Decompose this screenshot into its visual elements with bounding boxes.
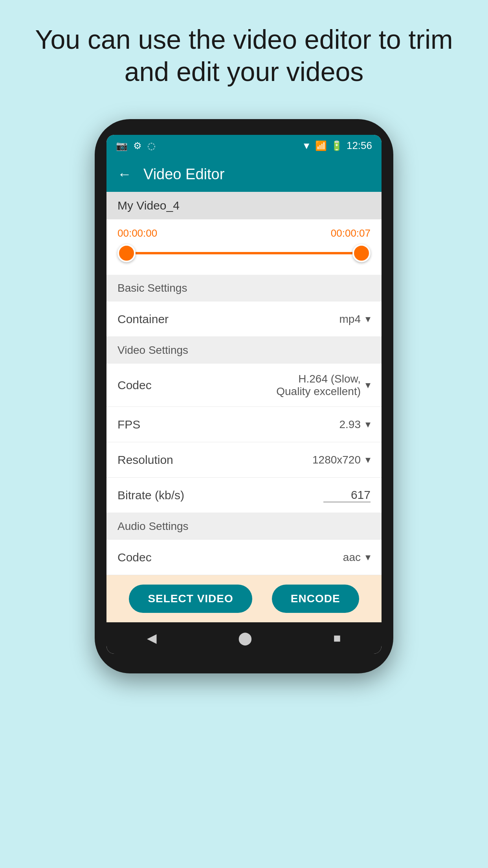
video-file-row: My Video_4 xyxy=(106,192,382,219)
nav-back-icon[interactable]: ◀ xyxy=(147,631,157,645)
codec-dropdown-arrow[interactable]: ▾ xyxy=(365,379,371,391)
status-icons-right: ▼ 📶 🔋 12:56 xyxy=(302,140,372,152)
status-icons-left: 📷 ⚙ ◌ xyxy=(116,140,156,151)
timeline-thumb-right[interactable] xyxy=(352,244,371,262)
fps-value-row[interactable]: 2.93 ▾ xyxy=(339,418,371,431)
phone-shell: 📷 ⚙ ◌ ▼ 📶 🔋 12:56 ← Video Editor My Vide… xyxy=(95,119,393,673)
container-value: mp4 xyxy=(339,313,361,326)
encode-button[interactable]: ENCODE xyxy=(272,585,359,613)
gear-icon: ⚙ xyxy=(133,140,142,151)
select-video-button[interactable]: SELECT VIDEO xyxy=(129,585,252,613)
audio-codec-label: Codec xyxy=(117,551,152,564)
fps-row[interactable]: FPS 2.93 ▾ xyxy=(106,407,382,442)
codec-value: H.264 (Slow, Quality excellent) xyxy=(276,373,361,398)
resolution-label: Resolution xyxy=(117,453,173,467)
bitrate-row[interactable]: Bitrate (kb/s) xyxy=(106,478,382,513)
wifi-icon: ▼ xyxy=(302,140,311,151)
timeline-start: 00:00:00 xyxy=(117,227,157,239)
circle-icon: ◌ xyxy=(147,140,156,151)
camera-icon: 📷 xyxy=(116,140,128,151)
fps-dropdown-arrow[interactable]: ▾ xyxy=(365,418,371,430)
resolution-value: 1280x720 xyxy=(312,454,361,466)
video-filename: My Video_4 xyxy=(117,199,180,212)
timeline-end: 00:00:07 xyxy=(331,227,371,239)
app-bar: ← Video Editor xyxy=(106,156,382,192)
container-dropdown-arrow[interactable]: ▾ xyxy=(365,313,371,325)
codec-row[interactable]: Codec H.264 (Slow, Quality excellent) ▾ xyxy=(106,364,382,407)
timeline-thumb-left[interactable] xyxy=(117,244,136,262)
resolution-value-row[interactable]: 1280x720 ▾ xyxy=(312,454,371,466)
audio-codec-dropdown-arrow[interactable]: ▾ xyxy=(365,551,371,563)
container-row[interactable]: Container mp4 ▾ xyxy=(106,302,382,337)
audio-codec-row[interactable]: Codec aac ▾ xyxy=(106,540,382,575)
timeline-times: 00:00:00 00:00:07 xyxy=(117,227,371,239)
app-bar-title: Video Editor xyxy=(143,166,224,183)
codec-label: Codec xyxy=(117,379,152,392)
status-time: 12:56 xyxy=(347,140,372,152)
bottom-bar: SELECT VIDEO ENCODE xyxy=(106,575,382,622)
audio-codec-value: aac xyxy=(343,551,361,564)
signal-icon: 📶 xyxy=(315,140,327,151)
resolution-row[interactable]: Resolution 1280x720 ▾ xyxy=(106,442,382,478)
nav-bar: ◀ ⬤ ■ xyxy=(106,622,382,654)
back-button[interactable]: ← xyxy=(117,166,132,182)
nav-recent-icon[interactable]: ■ xyxy=(333,631,341,645)
video-settings-header: Video Settings xyxy=(106,337,382,364)
container-label: Container xyxy=(117,313,169,326)
page-headline: You can use the video editor to trim and… xyxy=(0,24,488,88)
timeline-track xyxy=(125,252,363,254)
resolution-dropdown-arrow[interactable]: ▾ xyxy=(365,454,371,466)
bitrate-label: Bitrate (kb/s) xyxy=(117,489,184,502)
audio-settings-header: Audio Settings xyxy=(106,513,382,540)
fps-value: 2.93 xyxy=(339,418,361,431)
fps-label: FPS xyxy=(117,418,140,431)
nav-home-icon[interactable]: ⬤ xyxy=(238,631,252,645)
phone-screen: 📷 ⚙ ◌ ▼ 📶 🔋 12:56 ← Video Editor My Vide… xyxy=(106,135,382,654)
audio-codec-value-row[interactable]: aac ▾ xyxy=(343,551,371,564)
status-bar: 📷 ⚙ ◌ ▼ 📶 🔋 12:56 xyxy=(106,135,382,156)
timeline-slider[interactable] xyxy=(117,243,371,263)
codec-value-row[interactable]: H.264 (Slow, Quality excellent) ▾ xyxy=(276,373,371,398)
container-value-row[interactable]: mp4 ▾ xyxy=(339,313,371,326)
timeline-section: 00:00:00 00:00:07 xyxy=(106,219,382,275)
basic-settings-header: Basic Settings xyxy=(106,275,382,302)
battery-icon: 🔋 xyxy=(331,140,343,151)
bitrate-input[interactable] xyxy=(323,488,371,502)
